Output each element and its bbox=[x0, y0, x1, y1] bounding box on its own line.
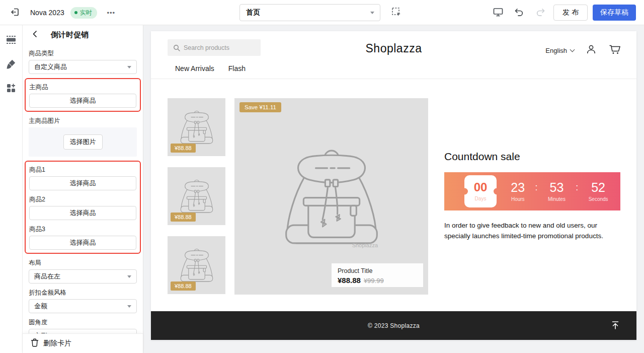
product-placeholder-image bbox=[178, 245, 215, 286]
redo-button[interactable] bbox=[532, 5, 548, 21]
editor-topbar: Nova 2023 实时 ••• 首页 bbox=[0, 0, 644, 25]
product-info-card: Product Title ¥88.88¥99.99 bbox=[332, 263, 423, 287]
chevron-down-icon bbox=[370, 12, 374, 14]
copyright-text: © 2023 Shoplazza bbox=[368, 322, 420, 329]
storefront-canvas: Shoplazza English bbox=[151, 31, 636, 340]
storefront-header: Shoplazza English bbox=[151, 31, 636, 79]
countdown-description: In order to give feedback to new and old… bbox=[444, 221, 621, 242]
product-thumbnail[interactable]: ¥88.88 bbox=[168, 167, 225, 225]
theme-name: Nova 2023 bbox=[30, 9, 64, 17]
storefront-nav: New Arrivals Flash bbox=[175, 64, 246, 73]
card-settings-panel: 倒计时促销 商品类型 自定义商品 主商品 选择商品 主商品图片 选择图片 商品1… bbox=[23, 25, 143, 353]
countdown-heading: Countdown sale bbox=[444, 151, 520, 163]
countdown-days-ticket: 00 Days bbox=[464, 175, 497, 207]
select-element-button[interactable] bbox=[388, 5, 405, 21]
countdown-separator: : bbox=[535, 182, 538, 193]
countdown-hours-value: 23 bbox=[511, 181, 525, 194]
countdown-seconds-value: 52 bbox=[589, 181, 608, 194]
nav-item-new-arrivals[interactable]: New Arrivals bbox=[175, 64, 214, 73]
add-blocks-icon bbox=[6, 83, 16, 95]
countdown-days-label: Days bbox=[475, 196, 487, 201]
language-selector[interactable]: English bbox=[545, 47, 574, 54]
select-image-button[interactable]: 选择图片 bbox=[63, 134, 103, 150]
save-draft-button[interactable]: 保存草稿 bbox=[593, 5, 636, 21]
sections-icon bbox=[6, 35, 17, 46]
delete-card-button[interactable]: 删除卡片 bbox=[23, 333, 143, 353]
desktop-icon bbox=[493, 7, 504, 19]
price-badge: ¥88.88 bbox=[171, 213, 196, 222]
select-element-icon bbox=[391, 7, 402, 19]
product3-label: 商品3 bbox=[29, 225, 136, 234]
editor-rail bbox=[0, 25, 23, 353]
countdown-hours-label: Hours bbox=[511, 196, 525, 202]
live-dot-icon bbox=[74, 11, 77, 14]
countdown-days-value: 00 bbox=[474, 181, 488, 193]
countdown-banner: 00 Days 23 Hours : 53 Minutes : 52 bbox=[444, 172, 620, 210]
price-badge: ¥88.88 bbox=[171, 144, 196, 153]
product1-label: 商品1 bbox=[29, 166, 136, 174]
countdown-minutes-value: 53 bbox=[548, 181, 566, 194]
publish-button[interactable]: 发布 bbox=[553, 5, 588, 21]
layout-label: 布局 bbox=[29, 259, 137, 267]
device-preview-button[interactable] bbox=[490, 5, 506, 21]
preview-area: Shoplazza English bbox=[143, 25, 644, 353]
discount-style-select[interactable]: 金额 bbox=[29, 299, 137, 313]
product2-label: 商品2 bbox=[29, 195, 136, 204]
trash-icon bbox=[31, 338, 39, 348]
chevron-down-icon bbox=[127, 305, 131, 308]
product-placeholder-image bbox=[178, 107, 215, 148]
main-product-label: 主商品 bbox=[29, 83, 136, 92]
original-price: ¥99.99 bbox=[364, 277, 384, 285]
page-selector-dropdown[interactable]: 首页 bbox=[239, 4, 380, 21]
more-menu-button[interactable]: ••• bbox=[103, 5, 119, 21]
product-thumbnail-list: ¥88.88 ¥88.88 ¥88.88 bbox=[168, 98, 225, 305]
product-type-label: 商品类型 bbox=[29, 49, 137, 58]
nav-item-flash[interactable]: Flash bbox=[228, 64, 246, 73]
ticket-notch bbox=[461, 188, 468, 195]
undo-button[interactable] bbox=[511, 5, 527, 21]
countdown-seconds-label: Seconds bbox=[589, 196, 608, 202]
exit-icon bbox=[10, 7, 20, 19]
price-badge: ¥88.88 bbox=[171, 281, 196, 291]
ticket-notch bbox=[494, 188, 500, 195]
back-to-top-button[interactable] bbox=[610, 320, 620, 332]
placeholder-watermark: Shoplazza bbox=[352, 242, 378, 248]
account-icon[interactable] bbox=[585, 43, 597, 57]
product-thumbnail[interactable]: ¥88.88 bbox=[168, 236, 225, 294]
main-product-image-label: 主商品图片 bbox=[29, 117, 137, 125]
save-amount-badge: Save ¥11.11 bbox=[239, 102, 281, 112]
select-product2-button[interactable]: 选择商品 bbox=[29, 206, 136, 220]
more-icon: ••• bbox=[107, 9, 115, 17]
undo-icon bbox=[514, 7, 525, 19]
rail-item-sections[interactable] bbox=[3, 32, 19, 48]
rail-item-theme-styles[interactable] bbox=[3, 56, 19, 73]
product-type-select[interactable]: 自定义商品 bbox=[29, 60, 137, 74]
select-main-product-button[interactable]: 选择商品 bbox=[29, 94, 136, 108]
cart-icon[interactable] bbox=[608, 43, 621, 57]
product-placeholder-image bbox=[279, 138, 384, 255]
chevron-down-icon bbox=[127, 275, 131, 278]
exit-editor-button[interactable] bbox=[7, 5, 23, 21]
main-product-image[interactable]: Save ¥11.11 Shoplazza Product Title ¥88.… bbox=[234, 98, 428, 295]
chevron-down-icon bbox=[127, 66, 131, 68]
select-product1-button[interactable]: 选择商品 bbox=[29, 176, 136, 190]
page-selector-value: 首页 bbox=[246, 8, 260, 17]
storefront-footer: © 2023 Shoplazza bbox=[151, 311, 636, 340]
back-button[interactable] bbox=[30, 30, 40, 40]
annotation-box-main-product: 主商品 选择商品 bbox=[25, 78, 141, 112]
chevron-left-icon bbox=[32, 30, 38, 39]
product-placeholder-image bbox=[178, 176, 215, 217]
product-title: Product Title bbox=[338, 267, 417, 274]
product-thumbnail[interactable]: ¥88.88 bbox=[168, 98, 225, 156]
countdown-minutes-label: Minutes bbox=[548, 196, 566, 202]
panel-title: 倒计时促销 bbox=[51, 30, 89, 40]
live-status-badge: 实时 bbox=[70, 7, 97, 19]
layout-select[interactable]: 商品在左 bbox=[29, 269, 137, 284]
rail-item-apps[interactable] bbox=[3, 81, 19, 97]
main-product-image-picker: 选择图片 bbox=[29, 127, 137, 157]
annotation-box-product-slots: 商品1 选择商品 商品2 选择商品 商品3 选择商品 bbox=[25, 161, 141, 254]
corner-style-select[interactable]: 方形 bbox=[29, 329, 137, 333]
panel-body: 商品类型 自定义商品 主商品 选择商品 主商品图片 选择图片 商品1 选择商品 … bbox=[23, 44, 143, 333]
redo-icon bbox=[535, 7, 546, 19]
select-product3-button[interactable]: 选择商品 bbox=[29, 236, 136, 250]
